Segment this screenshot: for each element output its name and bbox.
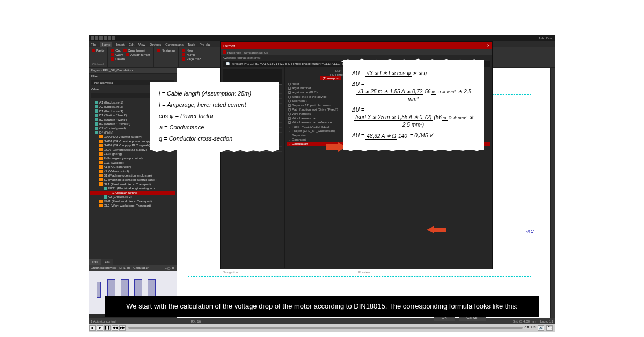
tree-item[interactable]: EC1 (Cooling) (90, 160, 175, 165)
navigator-icon (157, 49, 160, 52)
menu-edit[interactable]: Edit (129, 43, 134, 46)
ribbon-group-label: Clipboard (92, 63, 104, 66)
delete-icon (111, 57, 114, 61)
dialog-title: Format (223, 44, 235, 48)
tree-item[interactable]: MM1 (Feed workpiece: Transport) (90, 199, 175, 203)
stop-button[interactable]: ■ (89, 325, 96, 331)
qa-icon[interactable] (108, 36, 111, 40)
tree-item[interactable]: EA (Lighting) (90, 152, 175, 156)
ribbon-clipboard2: Cut Copy format Copy Assign format Delet… (108, 47, 153, 67)
preview-header: Graphical preview - EPL_BP_Calculation– … (89, 265, 177, 271)
navigator-button[interactable]: Navigator (157, 48, 175, 53)
menu-file[interactable]: File (91, 43, 96, 46)
next-button[interactable]: ▶▶ (119, 325, 126, 331)
qa-icon[interactable] (112, 36, 115, 40)
user-label: John Doe (538, 36, 553, 40)
application-window: John Doe FileHomeInsertEditViewDevicesCo… (89, 35, 555, 325)
numb-button[interactable]: Numb (182, 53, 201, 57)
volume-button[interactable]: 🔊 (538, 325, 544, 331)
tree-item[interactable]: K1 (PLC controller) (90, 165, 175, 169)
tree-item[interactable]: F (Emergency-stop control) (90, 156, 175, 160)
dialog-titlebar[interactable]: Format ✕ (221, 42, 492, 49)
right-sidebar[interactable] (550, 68, 555, 318)
pages-header: Pages - EPL_BP_Calculation (89, 68, 177, 74)
copyformat-icon (123, 49, 127, 52)
close-icon[interactable]: ✕ (487, 43, 490, 48)
play-button[interactable]: ▶ (97, 325, 103, 331)
note-formulas: ΔU = √3 ∗ l ∗ I ∗ cos φϰ ∗ q ΔU = √3 ∗ 2… (343, 60, 484, 150)
tab-list[interactable]: List (101, 259, 113, 265)
tree-item[interactable]: EFS1 (Electrical engineering sch (90, 186, 175, 191)
menu-devices[interactable]: Devices (150, 43, 161, 46)
ribbon-nav: Navigator (154, 47, 179, 67)
menu-connections[interactable]: Connections (165, 43, 183, 46)
qa-icon[interactable] (95, 36, 98, 40)
video-caption: We start with the calculation of the vol… (105, 296, 539, 317)
tree-item[interactable]: A2 (Enclosure 2) (90, 195, 175, 199)
svg-marker-0 (326, 142, 346, 152)
lang-label: en_US (525, 325, 536, 331)
cut-button[interactable]: Cut Copy format (111, 48, 150, 53)
pagemacro-button[interactable]: Page mac (182, 57, 201, 61)
new-icon (182, 49, 185, 52)
tree-item[interactable]: GL1 (Feed workpiece: Transport) (90, 182, 175, 186)
numb-icon (182, 53, 185, 56)
paste-button[interactable]: Paste (92, 48, 104, 53)
menu-home[interactable]: Home (100, 42, 112, 47)
menu-pre-pla[interactable]: Pre-pla (200, 43, 210, 46)
status-rx: RX: 16 (191, 320, 201, 323)
filter-label: Filter: (89, 74, 177, 79)
titlebar-quickaccess (91, 36, 115, 40)
status-logic: Logic 1:1 (540, 320, 553, 323)
status-grid: Grid C: 4.00 mm (513, 320, 536, 323)
copy-button[interactable]: Copy Assign format (111, 53, 150, 57)
ribbon-clipboard: Paste Clipboard (89, 47, 108, 67)
delete-button[interactable]: Delete (111, 57, 150, 61)
tree-item[interactable]: K2 (Valve control) (90, 169, 175, 173)
qa-icon[interactable] (91, 36, 94, 40)
cut-icon (111, 49, 114, 52)
menu-view[interactable]: View (138, 43, 145, 46)
paste-icon (92, 49, 95, 52)
qa-icon[interactable] (99, 36, 103, 40)
prev-button[interactable]: ◀◀ (112, 325, 118, 331)
tree-item[interactable]: 1 Actuator control (90, 191, 175, 195)
video-player-bar: ■ ▶ ❚❚ ◀◀ ▶▶ en_US 🔊 ⛶ (89, 324, 555, 332)
tab-tree[interactable]: Tree (89, 259, 101, 265)
canvas-label: -XC (526, 229, 535, 234)
tree-item[interactable]: GL2 (Work workpiece: Transport) (90, 203, 175, 208)
copy-icon (111, 53, 114, 56)
props-bar: Properties (components): Ge (221, 49, 492, 55)
new-button[interactable]: New (182, 48, 201, 53)
props-icon (223, 50, 226, 54)
menu-insert[interactable]: Insert (116, 43, 125, 46)
red-arrow-right (326, 142, 346, 152)
tree-item[interactable]: S1 (Machine operation enclosure) (90, 173, 175, 178)
titlebar: John Doe (89, 35, 555, 41)
status-left: 1 Actuator control (91, 320, 116, 323)
svg-marker-1 (427, 226, 446, 233)
assignformat-icon (126, 53, 129, 56)
progress-bar[interactable] (128, 327, 523, 329)
red-arrow-left (427, 226, 446, 233)
qa-icon[interactable] (104, 36, 107, 40)
note-definitions: l = Cable length (Assumption: 25m)I = Am… (150, 82, 279, 150)
tree-tabs: Tree List (89, 259, 177, 265)
pause-button[interactable]: ❚❚ (104, 325, 111, 331)
ribbon-new: New Numb Page mac (179, 47, 204, 67)
pagemacro-icon (182, 57, 185, 61)
fullscreen-button[interactable]: ⛶ (546, 325, 553, 331)
tree-item[interactable]: S2 (Machine operation control panel) (90, 178, 175, 182)
menu-tools[interactable]: Tools (188, 43, 195, 46)
